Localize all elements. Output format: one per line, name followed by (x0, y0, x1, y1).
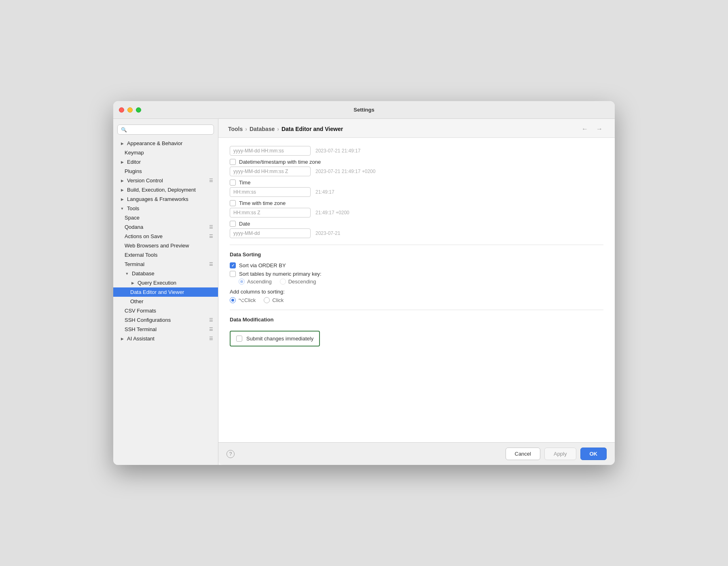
sidebar-item-languages[interactable]: ▶ Languages & Frameworks (113, 194, 218, 204)
search-box[interactable]: 🔍 (117, 125, 214, 135)
badge-icon: ☰ (209, 224, 213, 230)
time-format-row: 21:49:17 (230, 187, 603, 197)
cancel-button[interactable]: Cancel (506, 448, 540, 460)
main-content: 2023-07-21 21:49:17 Datetime/timestamp w… (218, 138, 615, 442)
sidebar-item-appearance[interactable]: ▶ Appearance & Behavior (113, 139, 218, 148)
sidebar-item-ssh-config[interactable]: SSH Configurations ☰ (113, 315, 218, 325)
chevron-icon: ▼ (120, 206, 125, 211)
sidebar-item-label: Actions on Save (125, 233, 163, 239)
click-label: Click (272, 297, 284, 303)
badge-icon: ☰ (209, 234, 213, 239)
sidebar-item-ssh-terminal[interactable]: SSH Terminal ☰ (113, 325, 218, 334)
descending-label: Descending (288, 279, 316, 285)
datetime-tz-format-row: 2023-07-21 21:49:17 +0200 (230, 167, 603, 176)
ok-button[interactable]: OK (580, 448, 607, 460)
badge-icon: ☰ (209, 317, 213, 323)
add-columns-section: Add columns to sorting: ⌥Click Click (230, 289, 603, 303)
datetime-format-input[interactable] (230, 146, 311, 156)
click-radio[interactable] (264, 297, 270, 303)
badge-icon: ☰ (209, 178, 213, 183)
sidebar-item-label: Version Control (127, 177, 163, 184)
settings-window: Settings 🔍 ▶ Appearance & Behavior Keyma… (113, 101, 615, 465)
time-tz-format-row: 21:49:17 +0200 (230, 208, 603, 218)
sidebar-item-label: CSV Formats (125, 308, 156, 314)
breadcrumb: Tools › Database › Data Editor and Viewe… (228, 126, 343, 132)
time-checkbox[interactable] (230, 180, 236, 186)
sidebar-item-terminal[interactable]: Terminal ☰ (113, 260, 218, 269)
sidebar-item-ai-assistant[interactable]: ▶ AI Assistant ☰ (113, 334, 218, 343)
chevron-icon: ▶ (120, 178, 125, 183)
minimize-button[interactable] (127, 107, 133, 112)
sidebar-item-space[interactable]: Space (113, 213, 218, 222)
date-format-preview: 2023-07-21 (315, 230, 340, 236)
time-tz-format-input[interactable] (230, 208, 311, 218)
time-tz-label: Time with time zone (239, 200, 286, 206)
sidebar-item-external-tools[interactable]: External Tools (113, 250, 218, 260)
sidebar-item-label: Build, Execution, Deployment (127, 187, 196, 193)
time-format-input[interactable] (230, 187, 311, 197)
close-button[interactable] (119, 107, 124, 112)
datetime-format-preview: 2023-07-21 21:49:17 (315, 148, 360, 154)
date-label: Date (239, 221, 250, 227)
alt-click-radio[interactable] (230, 297, 236, 303)
sidebar-item-database[interactable]: ▼ Database (113, 269, 218, 278)
sidebar-item-qodana[interactable]: Qodana ☰ (113, 222, 218, 232)
datetime-tz-checkbox[interactable] (230, 159, 236, 165)
search-input[interactable] (129, 127, 210, 133)
descending-radio[interactable] (280, 279, 286, 285)
sidebar-item-build[interactable]: ▶ Build, Execution, Deployment (113, 185, 218, 194)
apply-button[interactable]: Apply (544, 448, 576, 460)
chevron-icon: ▶ (120, 188, 125, 192)
time-tz-checkbox-row: Time with time zone (230, 200, 603, 206)
date-checkbox[interactable] (230, 221, 236, 227)
sidebar-item-csv-formats[interactable]: CSV Formats (113, 306, 218, 315)
window-title: Settings (353, 107, 374, 113)
chevron-icon: ▼ (125, 271, 129, 276)
sidebar-item-other[interactable]: Other (113, 297, 218, 306)
nav-forward-button[interactable]: → (594, 125, 605, 133)
sort-numeric-row: Sort tables by numeric primary key: (230, 271, 603, 277)
chevron-icon: ▶ (120, 336, 125, 341)
sidebar-item-version-control[interactable]: ▶ Version Control ☰ (113, 176, 218, 185)
ascending-option[interactable]: Ascending (239, 279, 272, 285)
submit-changes-label: Submit changes immediately (246, 336, 313, 342)
sort-numeric-checkbox[interactable] (230, 271, 236, 277)
sidebar-item-web-browsers[interactable]: Web Browsers and Preview (113, 241, 218, 250)
sidebar-item-label: Data Editor and Viewer (130, 289, 184, 295)
time-tz-checkbox[interactable] (230, 200, 236, 206)
datetime-tz-checkbox-row: Datetime/timestamp with time zone (230, 159, 603, 165)
submit-changes-box: Submit changes immediately (230, 331, 320, 346)
sidebar-item-label: Database (132, 270, 154, 277)
time-format-preview: 21:49:17 (315, 189, 334, 195)
ascending-radio[interactable] (239, 279, 245, 285)
submit-changes-checkbox[interactable] (236, 336, 242, 342)
sidebar-item-keymap[interactable]: Keymap (113, 148, 218, 157)
sidebar-item-query-execution[interactable]: ▶ Query Execution (113, 278, 218, 287)
click-option[interactable]: Click (264, 297, 284, 303)
search-icon: 🔍 (121, 127, 127, 133)
sidebar-item-label: Appearance & Behavior (127, 140, 182, 146)
breadcrumb-sep2: › (277, 126, 279, 132)
sidebar-item-actions-on-save[interactable]: Actions on Save ☰ (113, 232, 218, 241)
alt-click-option[interactable]: ⌥Click (230, 297, 256, 303)
sidebar-item-label: Terminal (125, 261, 144, 267)
maximize-button[interactable] (136, 107, 141, 112)
descending-option[interactable]: Descending (280, 279, 316, 285)
nav-buttons: ← → (579, 125, 605, 133)
chevron-icon: ▶ (120, 141, 125, 146)
nav-back-button[interactable]: ← (579, 125, 590, 133)
time-tz-format-preview: 21:49:17 +0200 (315, 210, 349, 215)
sidebar-item-tools[interactable]: ▼ Tools (113, 204, 218, 213)
date-format-input[interactable] (230, 228, 311, 238)
sidebar-item-editor[interactable]: ▶ Editor (113, 157, 218, 167)
sidebar-item-label: SSH Terminal (125, 326, 157, 332)
sidebar-item-label: Qodana (125, 224, 143, 230)
sort-orderby-row: Sort via ORDER BY (230, 262, 603, 268)
help-button[interactable]: ? (226, 450, 235, 458)
sidebar-item-data-editor[interactable]: Data Editor and Viewer (113, 287, 218, 297)
alt-click-label: ⌥Click (238, 297, 256, 303)
datetime-tz-format-input[interactable] (230, 167, 311, 176)
content-area: 🔍 ▶ Appearance & Behavior Keymap ▶ Edito… (113, 119, 615, 465)
sort-orderby-checkbox[interactable] (230, 262, 236, 268)
sidebar-item-plugins[interactable]: Plugins (113, 167, 218, 176)
